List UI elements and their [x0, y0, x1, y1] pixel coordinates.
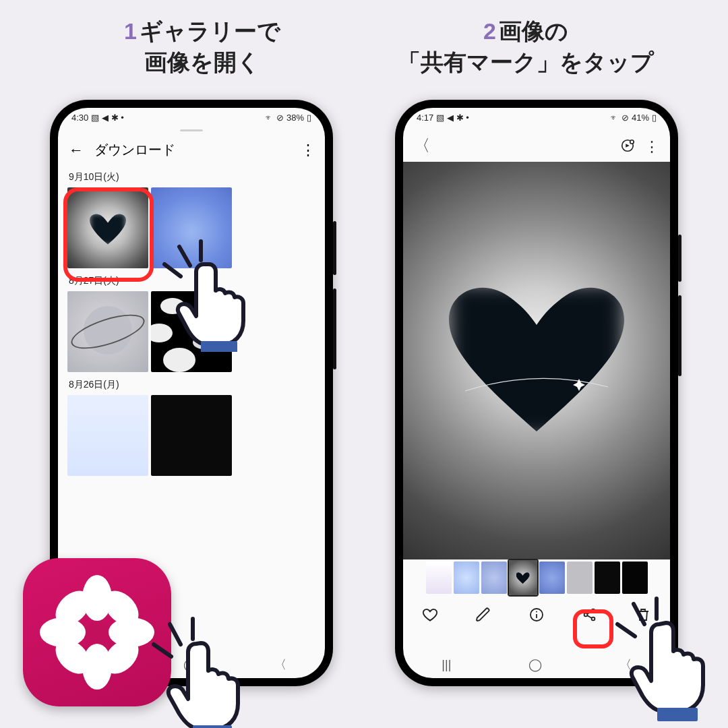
- nav-recents-icon[interactable]: |||: [442, 658, 451, 672]
- favorite-icon[interactable]: [421, 606, 439, 624]
- strip-thumb-selected[interactable]: [509, 560, 537, 595]
- strip-thumb[interactable]: [567, 562, 593, 594]
- nav-home-icon[interactable]: ◯: [183, 657, 197, 672]
- strip-thumb[interactable]: [539, 562, 565, 594]
- date-group-2: 8月27日(火): [58, 268, 325, 291]
- image-preview[interactable]: [403, 162, 670, 559]
- strip-thumb[interactable]: [481, 562, 507, 594]
- nav-home-icon[interactable]: ◯: [528, 657, 542, 672]
- svg-rect-30: [193, 725, 232, 728]
- image-toolbar: [403, 596, 670, 634]
- gallery-app-icon[interactable]: [23, 558, 171, 706]
- page-title: ダウンロード: [94, 141, 175, 159]
- thumbnail-strip[interactable]: [403, 559, 670, 596]
- heart-shape: [449, 283, 624, 438]
- image-viewer-header: 〈 ⋮: [403, 127, 670, 160]
- smart-view-icon[interactable]: [620, 138, 635, 153]
- svg-point-5: [630, 140, 634, 144]
- status-icons-left: ▧ ◀ ✱ •: [91, 113, 123, 123]
- sparkle-line: [462, 371, 611, 398]
- thumbnail-misc-2[interactable]: [151, 395, 232, 476]
- step2-line1: 画像の: [499, 18, 568, 44]
- svg-point-8: [536, 611, 537, 613]
- thumbnail-misc-1[interactable]: [67, 395, 148, 476]
- battery-label: 38%: [286, 113, 304, 123]
- flower-icon: [40, 575, 154, 690]
- svg-line-12: [587, 611, 592, 614]
- edit-icon[interactable]: [475, 606, 492, 624]
- thumbnail-clouds[interactable]: [151, 291, 232, 372]
- back-icon[interactable]: 〈: [414, 135, 430, 156]
- phone-frame-2: 4:17 ▧ ◀ ✱ • ᯤ ⊘ 41% ▯ 〈 ⋮: [395, 100, 678, 686]
- thumb-row-1: [58, 187, 325, 268]
- no-signal-icon: ⊘: [621, 113, 629, 123]
- battery-icon: ▯: [652, 113, 657, 123]
- no-signal-icon: ⊘: [276, 113, 284, 123]
- strip-thumb[interactable]: [595, 562, 620, 594]
- battery-icon: ▯: [307, 113, 311, 123]
- strip-thumb[interactable]: [454, 562, 479, 594]
- step1-line2: 画像を開く: [144, 49, 260, 75]
- step2-number: 2: [483, 18, 496, 44]
- status-time: 4:30: [71, 113, 88, 123]
- step2-line2: 「共有マーク」をタップ: [398, 49, 654, 75]
- svg-point-26: [86, 621, 108, 643]
- back-icon[interactable]: ←: [69, 142, 84, 159]
- step1-number: 1: [124, 18, 137, 44]
- thumbnail-planet[interactable]: [67, 291, 148, 372]
- date-group-3: 8月26日(月): [58, 372, 325, 395]
- battery-label-2: 41%: [632, 113, 649, 123]
- strip-thumb[interactable]: [622, 562, 648, 594]
- info-icon[interactable]: [528, 606, 545, 624]
- gallery-header: ← ダウンロード ⋮: [58, 131, 325, 164]
- status-icons-left-2: ▧ ◀ ✱ •: [436, 113, 468, 123]
- thumb-row-2: [58, 291, 325, 372]
- status-bar-2: 4:17 ▧ ◀ ✱ • ᯤ ⊘ 41% ▯: [403, 108, 670, 127]
- svg-rect-17: [657, 708, 698, 721]
- wifi-icon: ᯤ: [265, 113, 274, 123]
- date-group-1: 9月10日(火): [58, 164, 325, 187]
- more-icon[interactable]: ⋮: [301, 142, 314, 159]
- nav-back-icon[interactable]: 〈: [274, 657, 286, 673]
- step1-line1: ギャラリーで: [140, 18, 280, 44]
- thumbnail-heart[interactable]: [67, 187, 148, 268]
- delete-icon[interactable]: [634, 606, 652, 624]
- wifi-icon: ᯤ: [610, 113, 619, 123]
- android-navbar-2: ||| ◯ 〈: [403, 651, 670, 678]
- more-icon[interactable]: ⋮: [644, 138, 659, 153]
- share-icon[interactable]: [581, 606, 599, 624]
- svg-line-13: [587, 615, 592, 618]
- phone2-screen: 4:17 ▧ ◀ ✱ • ᯤ ⊘ 41% ▯ 〈 ⋮: [403, 108, 670, 678]
- step2-caption: 2画像の 「共有マーク」をタップ: [364, 16, 688, 78]
- status-time-2: 4:17: [417, 113, 433, 123]
- step1-caption: 1ギャラリーで 画像を開く: [40, 16, 364, 78]
- nav-back-icon[interactable]: 〈: [619, 657, 632, 673]
- thumbnail-blue[interactable]: [151, 187, 232, 268]
- strip-thumb[interactable]: [426, 562, 452, 594]
- status-bar: 4:30 ▧ ◀ ✱ • ᯤ ⊘ 38% ▯: [58, 108, 325, 127]
- thumb-row-3: [58, 395, 325, 476]
